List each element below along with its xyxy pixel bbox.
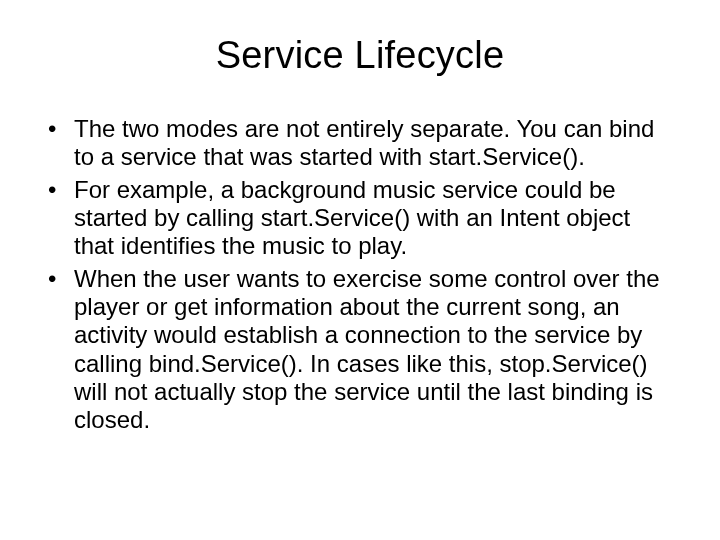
slide-title: Service Lifecycle: [46, 34, 674, 77]
list-item: When the user wants to exercise some con…: [74, 265, 674, 435]
slide: Service Lifecycle The two modes are not …: [0, 0, 720, 540]
list-item: The two modes are not entirely separate.…: [74, 115, 674, 172]
bullet-list: The two modes are not entirely separate.…: [46, 115, 674, 434]
list-item: For example, a background music service …: [74, 176, 674, 261]
